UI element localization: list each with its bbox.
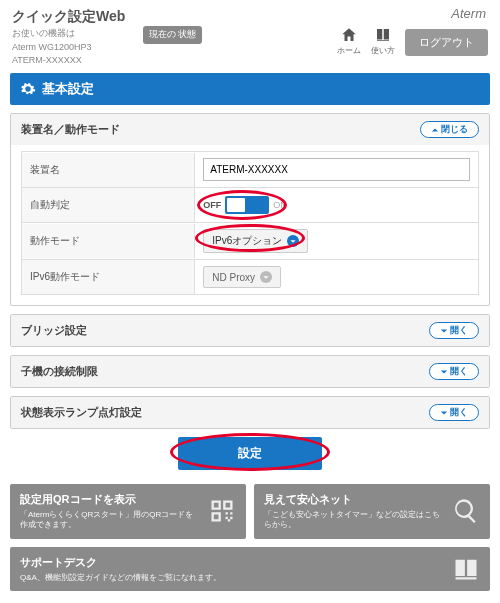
auto-detect-switch[interactable]: OFF ON xyxy=(203,196,287,214)
help-label: 使い方 xyxy=(371,45,395,56)
page-title: 基本設定 xyxy=(42,80,94,98)
ipv6-mode-value: ND Proxy xyxy=(212,272,255,283)
row-device-name: 装置名 xyxy=(21,151,479,188)
panel-lamp: 状態表示ランプ点灯設定 開く xyxy=(10,396,490,429)
submit-button[interactable]: 設定 xyxy=(178,437,322,470)
row-ipv6-mode: IPv6動作モード ND Proxy xyxy=(21,259,479,295)
home-button[interactable]: ホーム xyxy=(337,26,361,56)
gear-icon xyxy=(20,81,36,97)
open-pill[interactable]: 開く xyxy=(429,404,479,421)
switch-on-label: ON xyxy=(273,200,287,210)
device-name-input[interactable] xyxy=(203,158,470,181)
device-name-label: 装置名 xyxy=(22,153,195,187)
card-qr[interactable]: 設定用QRコードを表示 「AtermらくらくQRスタート」用のQRコードを作成で… xyxy=(10,484,246,539)
open-pill[interactable]: 開く xyxy=(429,363,479,380)
card-support-desc: Q&A、機能別設定ガイドなどの情報をご覧になれます。 xyxy=(20,573,444,583)
row-auto-detect: 自動判定 OFF ON xyxy=(21,187,479,223)
header: クイック設定Web お使いの機器は Aterm WG1200HP3 ATERM-… xyxy=(0,0,500,73)
op-mode-label: 動作モード xyxy=(22,224,195,258)
ipv6-mode-label: IPv6動作モード xyxy=(22,260,195,294)
card-support[interactable]: サポートデスク Q&A、機能別設定ガイドなどの情報をご覧になれます。 xyxy=(10,547,490,591)
logout-button[interactable]: ログアウト xyxy=(405,29,488,56)
home-icon xyxy=(340,26,358,44)
panel-child-title: 子機の接続制限 xyxy=(21,364,98,379)
op-mode-value: IPv6オプション xyxy=(212,234,282,248)
chevron-down-icon xyxy=(440,327,448,335)
chevron-down-icon xyxy=(287,235,299,247)
switch-track xyxy=(225,196,269,214)
panel-lamp-title: 状態表示ランプ点灯設定 xyxy=(21,405,142,420)
close-pill[interactable]: 閉じる xyxy=(420,121,479,138)
status-badge[interactable]: 現在の 状態 xyxy=(143,26,203,44)
card-support-title: サポートデスク xyxy=(20,555,444,570)
magnifier-icon xyxy=(452,497,480,525)
panel-child-header[interactable]: 子機の接続制限 開く xyxy=(11,356,489,387)
open-label: 開く xyxy=(450,406,468,419)
header-info: クイック設定Web お使いの機器は Aterm WG1200HP3 ATERM-… xyxy=(12,8,131,67)
card-safe-title: 見えて安心ネット xyxy=(264,492,444,507)
home-label: ホーム xyxy=(337,45,361,56)
panel-bridge-title: ブリッジ設定 xyxy=(21,323,87,338)
chevron-up-icon xyxy=(431,126,439,134)
panel-device-header[interactable]: 装置名／動作モード 閉じる xyxy=(11,114,489,145)
panel-device-title: 装置名／動作モード xyxy=(21,122,120,137)
chevron-down-icon xyxy=(260,271,272,283)
chevron-down-icon xyxy=(440,368,448,376)
device-line2: Aterm WG1200HP3 xyxy=(12,42,131,54)
open-label: 開く xyxy=(450,365,468,378)
row-op-mode: 動作モード IPv6オプション xyxy=(21,222,479,260)
panel-bridge-header[interactable]: ブリッジ設定 開く xyxy=(11,315,489,346)
book-icon xyxy=(452,555,480,583)
card-safe-desc: 「こども安心ネットタイマー」などの設定はこちらから。 xyxy=(264,510,444,531)
panel-device: 装置名／動作モード 閉じる 装置名 自動判定 OFF ON xyxy=(10,113,490,306)
switch-off-label: OFF xyxy=(203,200,221,210)
qr-icon xyxy=(208,497,236,525)
device-line1: お使いの機器は xyxy=(12,28,131,40)
panel-lamp-header[interactable]: 状態表示ランプ点灯設定 開く xyxy=(11,397,489,428)
panel-child: 子機の接続制限 開く xyxy=(10,355,490,388)
card-qr-desc: 「AtermらくらくQRスタート」用のQRコードを作成できます。 xyxy=(20,510,200,531)
switch-knob xyxy=(227,198,245,212)
panel-bridge: ブリッジ設定 開く xyxy=(10,314,490,347)
brand-logo: Aterm xyxy=(451,6,486,21)
chevron-down-icon xyxy=(440,409,448,417)
help-button[interactable]: 使い方 xyxy=(371,26,395,56)
card-safe[interactable]: 見えて安心ネット 「こども安心ネットタイマー」などの設定はこちらから。 xyxy=(254,484,490,539)
op-mode-select[interactable]: IPv6オプション xyxy=(203,229,308,253)
page-title-bar: 基本設定 xyxy=(10,73,490,105)
device-line3: ATERM-XXXXXX xyxy=(12,55,131,67)
book-icon xyxy=(374,26,392,44)
close-label: 閉じる xyxy=(441,123,468,136)
open-label: 開く xyxy=(450,324,468,337)
open-pill[interactable]: 開く xyxy=(429,322,479,339)
ipv6-mode-select: ND Proxy xyxy=(203,266,281,288)
card-qr-title: 設定用QRコードを表示 xyxy=(20,492,200,507)
auto-detect-label: 自動判定 xyxy=(22,188,195,222)
app-title: クイック設定Web xyxy=(12,8,131,26)
